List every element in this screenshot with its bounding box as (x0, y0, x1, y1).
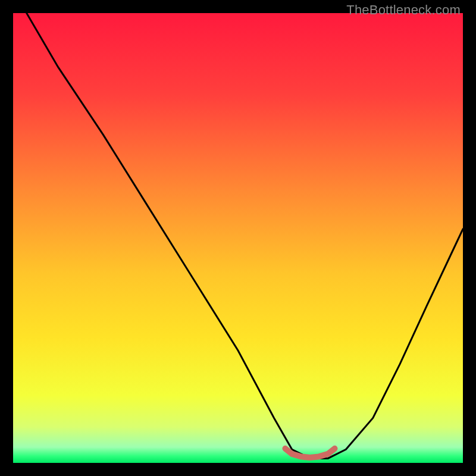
chart-frame (13, 13, 463, 463)
gradient-background (13, 13, 463, 463)
bottleneck-chart (13, 13, 463, 463)
watermark-text: TheBottleneck.com (346, 2, 461, 18)
